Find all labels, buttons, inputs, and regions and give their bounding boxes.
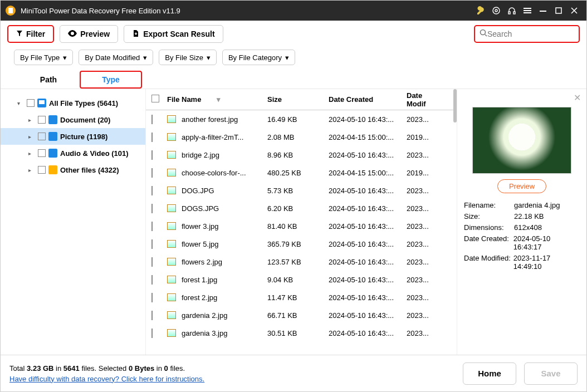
caret-right-icon: ▸ — [28, 134, 35, 140]
svg-point-2 — [493, 7, 500, 14]
checkbox[interactable] — [151, 186, 153, 195]
file-name: flowers 2.jpg — [182, 258, 222, 266]
close-preview-icon[interactable]: ✕ — [574, 92, 581, 103]
tree-item-label: Other files (4322) — [60, 166, 119, 174]
headphones-icon[interactable] — [504, 3, 520, 18]
checkbox[interactable] — [151, 204, 153, 213]
tree-item[interactable]: ▸Audio & Video (101) — [1, 145, 145, 161]
table-row[interactable]: another forest.jpg16.49 KB2024-05-10 16:… — [146, 110, 457, 128]
key-icon[interactable] — [473, 3, 488, 18]
meta-size-key: Size: — [464, 212, 514, 220]
col-name[interactable]: File Name — [167, 95, 201, 104]
file-modified: 2023... — [407, 115, 440, 124]
table-row[interactable]: choose-colors-for-...480.25 KB2024-04-15… — [146, 164, 457, 182]
table-row[interactable]: apply-a-filter-2mT...2.08 MB2024-04-15 1… — [146, 128, 457, 146]
file-modified: 2023... — [407, 240, 440, 248]
checkbox[interactable] — [38, 116, 46, 124]
close-icon[interactable] — [566, 3, 582, 18]
table-row[interactable]: flowers 2.jpg123.57 KB2024-05-10 16:43:.… — [146, 253, 457, 271]
checkbox-all[interactable] — [151, 95, 159, 102]
disc-icon[interactable] — [488, 3, 504, 18]
checkbox[interactable] — [151, 311, 153, 320]
file-created: 2024-04-15 15:00:... — [329, 169, 407, 177]
checkbox[interactable] — [151, 115, 153, 124]
tab-type[interactable]: Type — [80, 71, 142, 89]
preview-button[interactable]: Preview — [60, 25, 118, 43]
caret-right-icon: ▸ — [28, 117, 35, 123]
file-modified: 2023... — [407, 151, 440, 159]
file-modified: 2023... — [407, 258, 440, 266]
table-row[interactable]: flower 5.jpg365.79 KB2024-05-10 16:43:..… — [146, 235, 457, 253]
tree-item-label: Audio & Video (101) — [60, 149, 129, 158]
caret-down-icon: ▾ — [17, 100, 24, 106]
open-preview-button[interactable]: Preview — [497, 179, 546, 193]
maximize-icon[interactable] — [551, 3, 566, 18]
tab-path[interactable]: Path — [17, 71, 80, 89]
checkbox[interactable] — [151, 329, 153, 338]
table-row[interactable]: gardenia 2.jpg66.71 KB2024-05-10 16:43:.… — [146, 306, 457, 324]
file-size: 9.04 KB — [267, 276, 329, 284]
checkbox[interactable] — [38, 166, 46, 174]
menu-icon[interactable] — [520, 3, 535, 18]
checkbox[interactable] — [151, 222, 153, 231]
chip-file-type[interactable]: By File Type▾ — [14, 50, 73, 65]
help-link[interactable]: Have difficulty with data recovery? Clic… — [9, 375, 204, 383]
av-icon — [48, 149, 57, 158]
svg-rect-10 — [556, 8, 561, 13]
file-size: 6.20 KB — [267, 204, 329, 213]
table-row[interactable]: DOG.JPG5.73 KB2024-05-10 16:43:...2023..… — [146, 182, 457, 199]
table-row[interactable]: forest 1.jpg9.04 KB2024-05-10 16:43:...2… — [146, 271, 457, 288]
svg-rect-12 — [39, 100, 45, 104]
file-size: 81.40 KB — [267, 222, 329, 231]
main-area: ▾ All File Types (5641) ▸Document (20)▸P… — [1, 89, 586, 355]
table-row[interactable]: bridge 2.jpg8.96 KB2024-05-10 16:43:...2… — [146, 146, 457, 164]
checkbox[interactable] — [27, 99, 35, 107]
chip-date-modified[interactable]: By Date Modified▾ — [79, 50, 153, 65]
tree-root[interactable]: ▾ All File Types (5641) — [1, 95, 145, 111]
search-box[interactable] — [474, 25, 580, 43]
sort-indicator-icon: ▾ — [217, 95, 221, 104]
search-input[interactable] — [487, 30, 574, 38]
file-size: 11.47 KB — [267, 293, 329, 302]
filter-button[interactable]: Filter — [7, 25, 54, 43]
table-row[interactable]: DOGS.JPG6.20 KB2024-05-10 16:43:...2023.… — [146, 199, 457, 217]
preview-thumbnail — [472, 107, 571, 174]
col-created[interactable]: Date Created — [329, 95, 407, 104]
checkbox[interactable] — [151, 133, 153, 142]
col-modified[interactable]: Date Modif — [407, 91, 440, 108]
col-size[interactable]: Size — [267, 95, 329, 104]
checkbox[interactable] — [38, 133, 46, 140]
image-file-icon — [167, 222, 176, 230]
meta-created-val: 2024-05-10 16:43:17 — [513, 234, 580, 251]
save-button[interactable]: Save — [524, 362, 578, 385]
tree-item[interactable]: ▸Other files (4322) — [1, 161, 145, 178]
file-name: gardenia 2.jpg — [182, 311, 227, 320]
file-created: 2024-05-10 16:43:... — [329, 276, 407, 284]
chip-file-size[interactable]: By File Size▾ — [159, 50, 217, 65]
checkbox[interactable] — [151, 239, 153, 249]
file-size: 16.49 KB — [267, 115, 329, 124]
minimize-icon[interactable] — [535, 3, 551, 18]
export-button[interactable]: Export Scan Result — [124, 25, 223, 43]
checkbox[interactable] — [151, 150, 153, 160]
checkbox[interactable] — [151, 168, 153, 178]
tree-item[interactable]: ▸Document (20) — [1, 111, 145, 128]
table-row[interactable]: forest 2.jpg11.47 KB2024-05-10 16:43:...… — [146, 288, 457, 306]
table-row[interactable]: flower 3.jpg81.40 KB2024-05-10 16:43:...… — [146, 217, 457, 235]
home-button[interactable]: Home — [463, 362, 516, 385]
svg-point-11 — [481, 30, 486, 35]
checkbox[interactable] — [38, 149, 46, 157]
meta-created-key: Date Created: — [464, 234, 513, 251]
chip-file-category[interactable]: By File Category▾ — [222, 50, 295, 65]
tree-item-label: Picture (1198) — [60, 133, 107, 141]
tab-row: Path Type — [1, 71, 586, 89]
checkbox[interactable] — [151, 257, 153, 267]
filter-label: Filter — [26, 30, 45, 38]
checkbox[interactable] — [151, 275, 153, 285]
file-size: 66.71 KB — [267, 311, 329, 320]
svg-rect-5 — [513, 12, 515, 14]
checkbox[interactable] — [151, 293, 153, 302]
table-row[interactable]: gardenia 3.jpg30.51 KB2024-05-10 16:43:.… — [146, 324, 457, 342]
tree-item[interactable]: ▸Picture (1198) — [1, 128, 145, 145]
file-name: forest 2.jpg — [182, 293, 217, 302]
